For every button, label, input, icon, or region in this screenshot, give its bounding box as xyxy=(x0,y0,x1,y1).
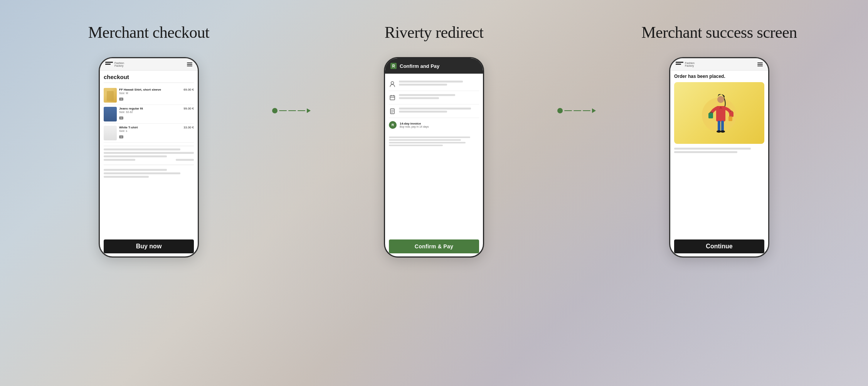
phone-3-header: FashionFactory xyxy=(670,58,768,71)
page-content: Merchant checkout FashionFactory xyxy=(0,0,868,386)
section-1-line-2 xyxy=(399,84,447,86)
section-2-line-1 xyxy=(399,94,455,96)
section-1-line-1 xyxy=(399,81,463,83)
person-icon xyxy=(389,81,396,88)
svg-point-0 xyxy=(391,82,394,84)
riverty-phone-header: R Confirm and Pay xyxy=(385,58,483,74)
cart-size-2: Size: 32-32 xyxy=(119,111,181,113)
stage-merchant-checkout: Merchant checkout FashionFactory xyxy=(29,23,268,258)
phone-riverty: R Confirm and Pay xyxy=(384,57,484,258)
invoice-riverty-logo: R xyxy=(389,121,397,129)
arrow-1-head xyxy=(307,108,311,113)
payment-options xyxy=(104,169,194,178)
cart-name-2: Jeans regular fit xyxy=(119,107,181,111)
hamburger-menu-3[interactable] xyxy=(757,62,763,66)
summary-total xyxy=(176,159,194,161)
arrow-1 xyxy=(268,108,315,113)
continue-button[interactable]: Continue xyxy=(674,239,764,253)
riverty-logo: R xyxy=(390,63,397,69)
cart-price-3: 33.00 € xyxy=(183,126,194,129)
invoice-row: R 14-day invoice Buy now, pay in 14 days xyxy=(389,118,479,132)
terms-line-3 xyxy=(389,142,466,143)
stage-1-title: Merchant checkout xyxy=(88,23,210,42)
cart-item-2: Jeans regular fit Size: 32-32 1 99.00 € xyxy=(104,105,194,124)
section-2-lines xyxy=(399,94,479,100)
invoice-sublabel: Buy now, pay in 14 days xyxy=(400,125,479,128)
arrow-2 xyxy=(553,108,600,113)
dash-2 xyxy=(288,110,296,111)
cart-info-1: FF Hawaii Shirt, short sleeve Size: M 1 xyxy=(119,88,181,101)
qty-2: 1 xyxy=(119,116,123,120)
order-placed-text: Order has been placed. xyxy=(674,74,764,79)
dash-4 xyxy=(564,110,572,111)
logo-icon-1 xyxy=(105,62,113,67)
success-line-1 xyxy=(674,148,751,150)
payment-line-2 xyxy=(104,172,180,174)
dash-1 xyxy=(279,110,287,111)
section-3-lines xyxy=(399,108,479,114)
success-line-2 xyxy=(674,151,737,153)
svg-point-9 xyxy=(720,130,725,133)
shopping-woman-illustration xyxy=(700,86,738,140)
hamburger-menu-1[interactable] xyxy=(187,62,192,66)
dash-3 xyxy=(298,110,305,111)
summary-line-2 xyxy=(104,152,194,154)
riverty-section-2 xyxy=(389,91,479,105)
order-summary xyxy=(104,146,194,165)
section-2-line-2 xyxy=(399,97,439,99)
cart-price-1: 69.00 € xyxy=(183,88,194,91)
document-icon xyxy=(389,108,396,115)
success-details xyxy=(674,148,764,153)
terms-line-1 xyxy=(389,137,470,138)
stages-container: Merchant checkout FashionFactory xyxy=(0,23,868,258)
arrow-1-dashes xyxy=(279,110,305,111)
riverty-section-3 xyxy=(389,105,479,118)
cart-size-3: Size: s xyxy=(119,130,181,132)
cart-item-3: White T-shirt Size: s 1 33.00 € xyxy=(104,124,194,143)
cart-info-2: Jeans regular fit Size: 32-32 1 xyxy=(119,107,181,120)
cart-thumb-tshirt xyxy=(104,126,117,140)
stage-2-title: Riverty redirect xyxy=(385,23,484,42)
svg-rect-6 xyxy=(718,121,720,131)
phone-1-footer: Buy now xyxy=(100,236,198,256)
arrow-2-dot xyxy=(557,108,563,113)
riverty-body: R 14-day invoice Buy now, pay in 14 days xyxy=(385,74,483,236)
payment-line-3 xyxy=(104,176,149,178)
stage-merchant-success: Merchant success screen FashionFactory xyxy=(600,23,839,258)
riverty-header-title: Confirm and Pay xyxy=(400,63,439,69)
qty-1: 1 xyxy=(119,98,123,101)
riverty-section-1 xyxy=(389,78,479,91)
summary-line-3 xyxy=(104,155,167,157)
confirm-pay-button[interactable]: Confirm & Pay xyxy=(389,239,479,253)
cart-price-2: 99.00 € xyxy=(183,107,194,110)
summary-line-4 xyxy=(104,159,135,161)
arrow-2-head xyxy=(592,108,596,113)
cart-item-1: FF Hawaii Shirt, short sleeve Size: M 1 … xyxy=(104,86,194,105)
stage-riverty-redirect: Riverty redirect R Confirm and Pay xyxy=(315,23,553,258)
cart-name-1: FF Hawaii Shirt, short sleeve xyxy=(119,88,181,92)
cart-info-3: White T-shirt Size: s 1 xyxy=(119,126,181,139)
calendar-icon xyxy=(389,94,396,101)
section-3-line-1 xyxy=(399,108,471,110)
dash-6 xyxy=(583,110,590,111)
svg-rect-12 xyxy=(728,116,732,121)
cart-thumb-shirt xyxy=(104,88,117,103)
svg-point-4 xyxy=(717,96,724,103)
invoice-text: 14-day invoice Buy now, pay in 14 days xyxy=(400,122,479,128)
section-1-lines xyxy=(399,81,479,87)
qty-3: 1 xyxy=(119,135,123,138)
phone-1-header: FashionFactory xyxy=(100,58,198,71)
summary-line-1 xyxy=(104,148,180,150)
success-illustration xyxy=(674,82,764,144)
buy-now-button[interactable]: Buy now xyxy=(104,239,194,253)
terms-line-4 xyxy=(389,145,443,146)
dash-5 xyxy=(574,110,581,111)
invoice-label: 14-day invoice xyxy=(400,122,479,125)
stage-3-title: Merchant success screen xyxy=(641,23,797,42)
phone-3-body: Order has been placed. xyxy=(670,71,768,236)
phone-3-logo: FashionFactory xyxy=(676,62,695,67)
phone-success: FashionFactory Order has been placed. xyxy=(669,57,769,258)
phone-1-body: checkout FF Hawaii Shirt, short sleeve S… xyxy=(100,71,198,236)
section-3-line-2 xyxy=(399,111,447,113)
checkout-title: checkout xyxy=(104,74,194,83)
